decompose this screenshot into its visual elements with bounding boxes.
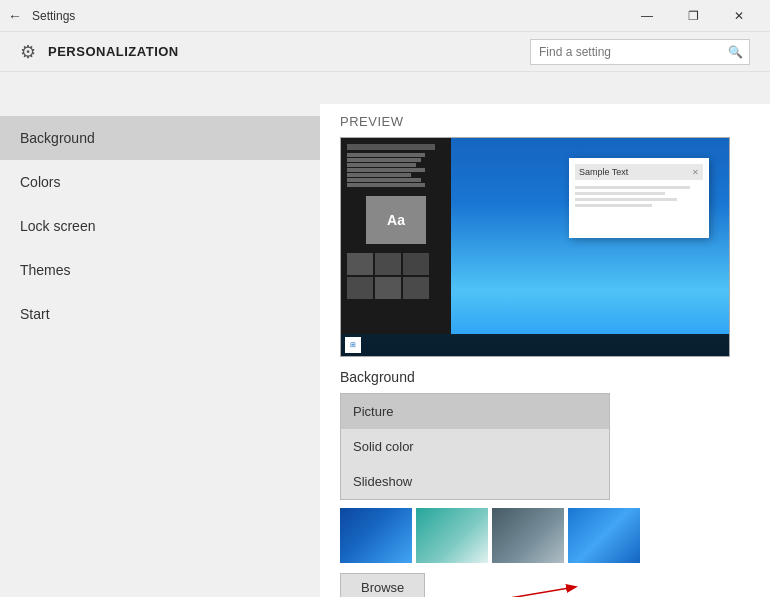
app-header: ⚙ PERSONALIZATION 🔍 bbox=[0, 32, 770, 72]
back-icon[interactable]: ← bbox=[8, 8, 22, 24]
thumbnail-3[interactable] bbox=[492, 508, 564, 563]
thumbnail-4[interactable] bbox=[568, 508, 640, 563]
preview-window: Aa Sample Text bbox=[340, 137, 730, 357]
search-input[interactable] bbox=[531, 45, 722, 59]
preview-aa-box: Aa bbox=[366, 196, 426, 244]
title-bar-title: Settings bbox=[32, 9, 75, 23]
sidebar: Background Colors Lock screen Themes Sta… bbox=[0, 104, 320, 597]
sidebar-item-lock-screen[interactable]: Lock screen bbox=[0, 204, 320, 248]
title-bar-left: ← Settings bbox=[8, 8, 75, 24]
nav-list: Background Colors Lock screen Themes Sta… bbox=[0, 116, 320, 336]
dropdown-option-solid-color[interactable]: Solid color bbox=[341, 429, 609, 464]
dropdown-option-picture[interactable]: Picture bbox=[341, 394, 609, 429]
title-bar: ← Settings — ❐ ✕ bbox=[0, 0, 770, 32]
background-section: Background Picture Solid color Slideshow bbox=[340, 369, 750, 500]
search-box[interactable]: 🔍 bbox=[530, 39, 750, 65]
preview-taskbar: ⊞ bbox=[341, 334, 729, 356]
app-title: PERSONALIZATION bbox=[48, 44, 179, 59]
background-dropdown[interactable]: Picture Solid color Slideshow bbox=[340, 393, 610, 500]
search-icon: 🔍 bbox=[722, 45, 749, 59]
background-label: Background bbox=[340, 369, 750, 385]
sidebar-item-background[interactable]: Background bbox=[0, 116, 320, 160]
gear-icon: ⚙ bbox=[20, 41, 36, 63]
browse-button[interactable]: Browse bbox=[340, 573, 425, 597]
preview-label: Preview bbox=[340, 114, 750, 129]
close-button[interactable]: ✕ bbox=[716, 0, 762, 32]
sidebar-item-start[interactable]: Start bbox=[0, 292, 320, 336]
preview-popup: Sample Text ✕ bbox=[569, 158, 709, 238]
preview-desktop: Aa Sample Text bbox=[341, 138, 729, 356]
maximize-button[interactable]: ❐ bbox=[670, 0, 716, 32]
thumbnail-1[interactable] bbox=[340, 508, 412, 563]
minimize-button[interactable]: — bbox=[624, 0, 670, 32]
dropdown-option-slideshow[interactable]: Slideshow bbox=[341, 464, 609, 499]
title-bar-controls: — ❐ ✕ bbox=[624, 0, 762, 32]
preview-panel: Aa bbox=[341, 138, 451, 334]
thumbnail-2[interactable] bbox=[416, 508, 488, 563]
sample-text-label: Sample Text bbox=[579, 167, 692, 177]
main-layout: Background Colors Lock screen Themes Sta… bbox=[0, 104, 770, 597]
sidebar-item-themes[interactable]: Themes bbox=[0, 248, 320, 292]
sidebar-item-colors[interactable]: Colors bbox=[0, 160, 320, 204]
thumbnails-row bbox=[340, 508, 650, 563]
content-area: Preview bbox=[320, 104, 770, 597]
preview-start-button: ⊞ bbox=[345, 337, 361, 353]
